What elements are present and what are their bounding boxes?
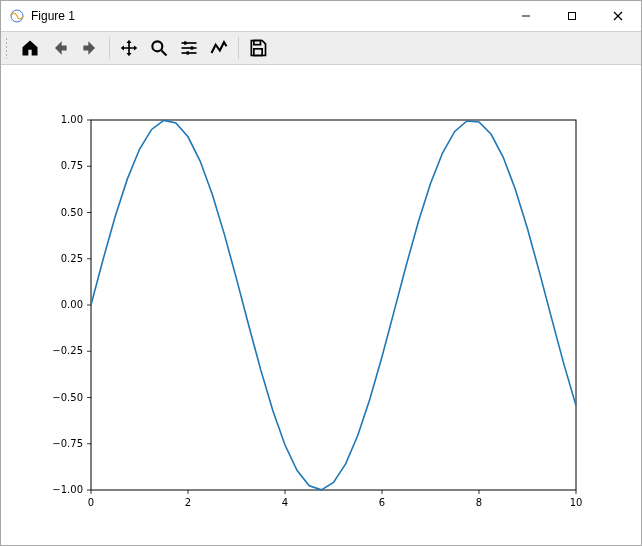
toolbar bbox=[1, 31, 641, 65]
forward-button[interactable] bbox=[76, 35, 104, 61]
pan-button[interactable] bbox=[115, 35, 143, 61]
x-tick-label: 10 bbox=[570, 497, 583, 508]
svg-rect-8 bbox=[184, 41, 187, 44]
app-icon bbox=[9, 8, 25, 24]
svg-rect-10 bbox=[191, 46, 194, 49]
series-line bbox=[91, 120, 576, 489]
y-tick-label: 0.75 bbox=[61, 160, 83, 171]
y-tick-label: −1.00 bbox=[52, 484, 83, 495]
y-tick-label: −0.50 bbox=[52, 392, 83, 403]
back-button[interactable] bbox=[46, 35, 74, 61]
y-tick-label: 0.00 bbox=[61, 299, 83, 310]
window-controls bbox=[503, 1, 641, 31]
svg-rect-14 bbox=[254, 49, 262, 56]
app-window: Figure 1 bbox=[0, 0, 642, 546]
y-tick-label: −0.25 bbox=[52, 345, 83, 356]
axes-frame bbox=[91, 120, 576, 490]
y-tick-label: 0.25 bbox=[61, 253, 83, 264]
edit-axis-button[interactable] bbox=[205, 35, 233, 61]
toolbar-grip bbox=[5, 37, 8, 59]
toolbar-separator bbox=[238, 37, 239, 59]
svg-line-6 bbox=[162, 51, 167, 56]
toolbar-separator bbox=[109, 37, 110, 59]
y-tick-label: −0.75 bbox=[52, 438, 83, 449]
svg-rect-2 bbox=[569, 13, 576, 20]
svg-point-5 bbox=[152, 41, 162, 51]
plot-svg: 0246810−1.00−0.75−0.50−0.250.000.250.500… bbox=[1, 65, 641, 545]
home-button[interactable] bbox=[16, 35, 44, 61]
x-tick-label: 6 bbox=[379, 497, 385, 508]
y-tick-label: 0.50 bbox=[61, 207, 83, 218]
plot-canvas[interactable]: 0246810−1.00−0.75−0.50−0.250.000.250.500… bbox=[1, 65, 641, 545]
save-button[interactable] bbox=[244, 35, 272, 61]
x-tick-label: 8 bbox=[476, 497, 482, 508]
minimize-button[interactable] bbox=[503, 1, 549, 31]
svg-rect-13 bbox=[254, 41, 261, 45]
zoom-button[interactable] bbox=[145, 35, 173, 61]
x-tick-label: 2 bbox=[185, 497, 191, 508]
y-tick-label: 1.00 bbox=[61, 114, 83, 125]
x-tick-label: 4 bbox=[282, 497, 288, 508]
close-button[interactable] bbox=[595, 1, 641, 31]
window-title: Figure 1 bbox=[31, 9, 75, 23]
maximize-button[interactable] bbox=[549, 1, 595, 31]
svg-rect-12 bbox=[187, 51, 190, 54]
titlebar: Figure 1 bbox=[1, 1, 641, 31]
configure-subplots-button[interactable] bbox=[175, 35, 203, 61]
x-tick-label: 0 bbox=[88, 497, 94, 508]
